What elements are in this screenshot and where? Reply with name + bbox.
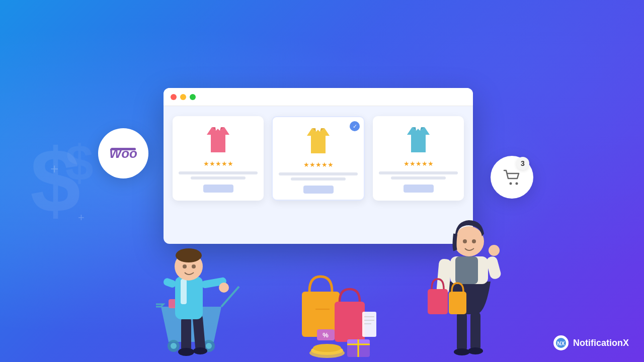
svg-rect-49 [455,256,478,284]
bags-group: % [292,261,382,362]
svg-rect-20 [181,279,187,304]
dot-red [171,94,177,100]
svg-point-10 [171,343,177,349]
product-lines-1 [179,171,258,179]
man-figure [136,201,257,362]
svg-point-55 [454,226,484,256]
svg-point-56 [463,239,467,243]
product-image-1 [201,123,236,156]
svg-point-1 [515,182,518,185]
cart-icon [503,169,521,186]
svg-point-35 [313,344,341,352]
product-card-2[interactable]: ✓ ★★★★★ [272,116,365,201]
svg-point-26 [183,264,187,268]
product-lines-3 [379,171,458,179]
svg-text:NX: NX [557,340,565,346]
svg-point-47 [468,347,483,354]
stars-2: ★★★★★ [303,161,334,168]
svg-text:%: % [323,331,329,339]
svg-rect-44 [457,312,467,352]
svg-rect-15 [181,317,191,352]
cart-count: 3 [516,157,529,170]
svg-point-18 [193,347,207,354]
stars-3: ★★★★★ [404,160,434,167]
browser-title-bar [164,88,473,106]
svg-rect-54 [449,292,466,314]
check-badge: ✓ [350,121,360,131]
woo-underline [111,148,136,150]
product-card-1[interactable]: ★★★★★ [173,116,264,201]
svg-rect-19 [175,277,203,319]
woman-figure [423,191,523,362]
product-lines-2 [279,172,358,180]
dot-green [190,94,196,100]
svg-marker-4 [307,128,330,153]
nx-logo: NX [553,335,569,351]
svg-rect-53 [428,289,448,314]
woo-badge: Woo [98,128,148,178]
add-btn-2[interactable] [303,186,334,194]
dot-yellow [180,94,186,100]
product-card-3[interactable]: ★★★★★ [373,116,464,201]
product-image-2 [301,124,336,157]
svg-marker-2 [207,127,229,152]
svg-point-57 [472,239,476,243]
brand-name: NotificationX [573,338,629,348]
add-btn-1[interactable] [203,185,233,193]
svg-point-12 [206,343,212,349]
notificationx-brand: NX NotificationX [553,335,629,351]
svg-rect-40 [362,312,376,337]
product-image-3 [401,123,436,156]
svg-rect-21 [163,277,177,289]
svg-point-46 [454,348,470,355]
svg-point-23 [219,283,229,293]
svg-marker-6 [407,127,430,152]
svg-point-17 [178,348,194,356]
svg-point-52 [489,245,500,256]
svg-point-27 [192,264,196,268]
stars-1: ★★★★★ [203,160,233,167]
cart-badge[interactable]: 3 [491,156,533,199]
dollar-watermark-small: $ [65,134,94,192]
plus-sign-2: + [50,161,58,177]
plus-sign-1: + [78,211,85,224]
svg-rect-32 [335,302,365,342]
svg-point-0 [509,182,512,185]
svg-point-25 [176,248,202,262]
svg-rect-45 [470,312,480,351]
